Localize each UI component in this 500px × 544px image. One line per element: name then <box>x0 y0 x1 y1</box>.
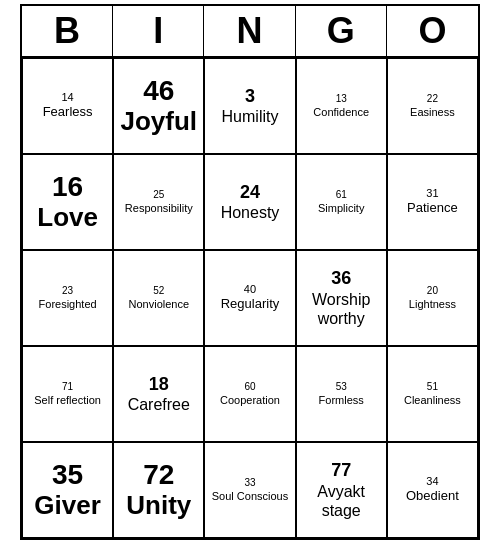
cell-label-24: Obedient <box>406 488 459 505</box>
cell-label-8: Simplicity <box>318 201 364 215</box>
cell-label-7: Honesty <box>221 203 280 222</box>
cell-number-4: 22 <box>427 93 438 105</box>
bingo-cell-2: 3Humility <box>204 58 295 154</box>
bingo-cell-4: 22Easiness <box>387 58 478 154</box>
cell-number-22: 33 <box>244 477 255 489</box>
cell-label-14: Lightness <box>409 297 456 311</box>
cell-number-21: 72 <box>143 460 174 491</box>
cell-label-11: Nonviolence <box>129 297 190 311</box>
cell-number-15: 71 <box>62 381 73 393</box>
bingo-cell-17: 60Cooperation <box>204 346 295 442</box>
bingo-cell-12: 40Regularity <box>204 250 295 346</box>
bingo-cell-11: 52Nonviolence <box>113 250 204 346</box>
cell-label-5: Love <box>37 203 98 232</box>
cell-label-13: Worship worthy <box>301 290 382 328</box>
bingo-cell-24: 34Obedient <box>387 442 478 538</box>
header-o: O <box>387 6 478 56</box>
cell-number-23: 77 <box>331 460 351 482</box>
cell-number-8: 61 <box>336 189 347 201</box>
bingo-cell-3: 13Confidence <box>296 58 387 154</box>
cell-number-14: 20 <box>427 285 438 297</box>
header-i: I <box>113 6 204 56</box>
cell-label-9: Patience <box>407 200 458 217</box>
bingo-card: B I N G O 14Fearless46Joyful3Humility13C… <box>20 4 480 540</box>
cell-label-20: Giver <box>34 491 101 520</box>
bingo-cell-13: 36Worship worthy <box>296 250 387 346</box>
cell-label-15: Self reflection <box>34 393 101 407</box>
cell-label-23: Avyakt stage <box>301 482 382 520</box>
cell-label-1: Joyful <box>121 107 198 136</box>
cell-number-13: 36 <box>331 268 351 290</box>
bingo-cell-14: 20Lightness <box>387 250 478 346</box>
cell-number-17: 60 <box>244 381 255 393</box>
cell-label-3: Confidence <box>313 105 369 119</box>
cell-label-17: Cooperation <box>220 393 280 407</box>
cell-number-24: 34 <box>426 475 438 488</box>
bingo-cell-23: 77Avyakt stage <box>296 442 387 538</box>
cell-number-19: 51 <box>427 381 438 393</box>
bingo-cell-6: 25Responsibility <box>113 154 204 250</box>
bingo-cell-21: 72Unity <box>113 442 204 538</box>
bingo-cell-19: 51Cleanliness <box>387 346 478 442</box>
bingo-cell-1: 46Joyful <box>113 58 204 154</box>
cell-number-7: 24 <box>240 182 260 204</box>
bingo-cell-10: 23Foresighted <box>22 250 113 346</box>
cell-label-0: Fearless <box>43 104 93 121</box>
cell-number-11: 52 <box>153 285 164 297</box>
cell-number-1: 46 <box>143 76 174 107</box>
cell-label-21: Unity <box>126 491 191 520</box>
cell-label-4: Easiness <box>410 105 455 119</box>
cell-number-10: 23 <box>62 285 73 297</box>
header-g: G <box>296 6 387 56</box>
cell-label-2: Humility <box>222 107 279 126</box>
cell-number-16: 18 <box>149 374 169 396</box>
bingo-header: B I N G O <box>22 6 478 58</box>
cell-number-6: 25 <box>153 189 164 201</box>
cell-label-12: Regularity <box>221 296 280 313</box>
cell-label-6: Responsibility <box>125 201 193 215</box>
cell-number-20: 35 <box>52 460 83 491</box>
bingo-grid: 14Fearless46Joyful3Humility13Confidence2… <box>22 58 478 538</box>
cell-number-0: 14 <box>61 91 73 104</box>
bingo-cell-8: 61Simplicity <box>296 154 387 250</box>
cell-number-9: 31 <box>426 187 438 200</box>
cell-number-3: 13 <box>336 93 347 105</box>
cell-number-12: 40 <box>244 283 256 296</box>
cell-label-10: Foresighted <box>39 297 97 311</box>
bingo-cell-5: 16Love <box>22 154 113 250</box>
bingo-cell-18: 53Formless <box>296 346 387 442</box>
cell-label-22: Soul Conscious <box>212 489 288 503</box>
cell-label-19: Cleanliness <box>404 393 461 407</box>
cell-label-18: Formless <box>319 393 364 407</box>
bingo-cell-0: 14Fearless <box>22 58 113 154</box>
header-b: B <box>22 6 113 56</box>
bingo-cell-20: 35Giver <box>22 442 113 538</box>
bingo-cell-9: 31Patience <box>387 154 478 250</box>
bingo-cell-22: 33Soul Conscious <box>204 442 295 538</box>
bingo-cell-15: 71Self reflection <box>22 346 113 442</box>
cell-label-16: Carefree <box>128 395 190 414</box>
bingo-cell-7: 24Honesty <box>204 154 295 250</box>
cell-number-2: 3 <box>245 86 255 108</box>
cell-number-18: 53 <box>336 381 347 393</box>
header-n: N <box>204 6 295 56</box>
cell-number-5: 16 <box>52 172 83 203</box>
bingo-cell-16: 18Carefree <box>113 346 204 442</box>
